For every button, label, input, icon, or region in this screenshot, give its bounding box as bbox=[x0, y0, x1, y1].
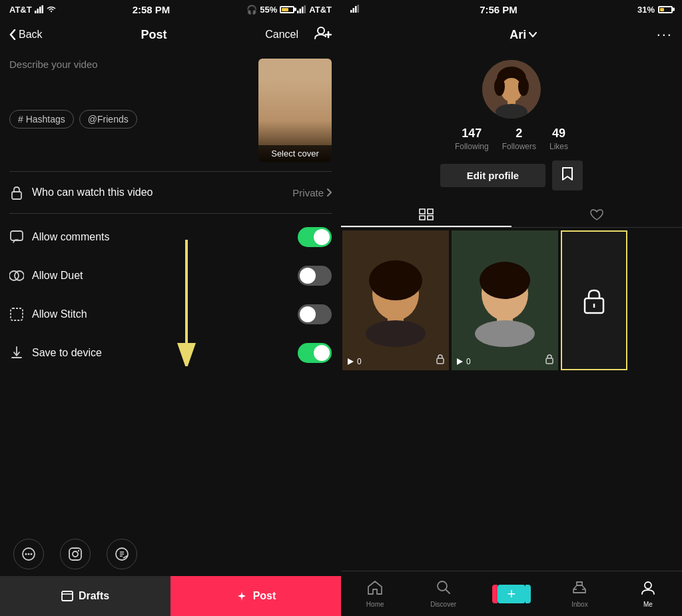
edit-profile-button[interactable]: Edit profile bbox=[440, 164, 545, 187]
time-left: 2:58 PM bbox=[133, 4, 170, 15]
describe-placeholder[interactable]: Describe your video bbox=[9, 59, 250, 70]
me-label: Me bbox=[643, 601, 653, 608]
friends-button[interactable]: @Friends bbox=[79, 110, 137, 129]
nav-item-discover[interactable]: Discover bbox=[409, 571, 477, 616]
video-thumbnail[interactable]: Select cover bbox=[258, 59, 332, 162]
hashtags-button[interactable]: # Hashtags bbox=[9, 110, 74, 129]
toggle-knob-comments bbox=[314, 229, 330, 245]
allow-comments-row[interactable]: Allow comments bbox=[0, 218, 341, 256]
back-button[interactable]: Back bbox=[9, 29, 43, 41]
svg-rect-1 bbox=[37, 9, 39, 13]
svg-point-20 bbox=[25, 553, 27, 555]
tab-videos[interactable] bbox=[341, 202, 512, 227]
save-device-toggle[interactable] bbox=[298, 343, 332, 363]
cancel-button[interactable]: Cancel bbox=[265, 29, 298, 41]
allow-duet-label: Allow Duet bbox=[32, 270, 290, 282]
battery-icon-right bbox=[658, 6, 673, 13]
battery-icon-left bbox=[280, 6, 294, 13]
nav-item-home[interactable]: Home bbox=[341, 571, 409, 616]
chat-icon bbox=[21, 547, 36, 561]
svg-rect-61 bbox=[546, 358, 553, 364]
play-count-2: 0 bbox=[466, 357, 471, 366]
svg-rect-36 bbox=[358, 5, 360, 13]
status-left: AT&T bbox=[9, 5, 56, 15]
comment-svg bbox=[10, 230, 23, 244]
following-label: Following bbox=[455, 142, 489, 151]
svg-line-65 bbox=[446, 589, 450, 593]
video-items-row: 0 bbox=[341, 229, 682, 372]
dots-menu-button[interactable]: ··· bbox=[657, 26, 673, 43]
share-icons-row bbox=[0, 532, 341, 576]
instagram-share-button[interactable] bbox=[60, 539, 91, 569]
tab-liked[interactable] bbox=[512, 202, 682, 227]
plus-button[interactable]: + bbox=[492, 585, 531, 603]
discover-icon bbox=[436, 580, 451, 599]
chevron-right-icon bbox=[326, 188, 332, 196]
stitch-svg bbox=[10, 308, 23, 321]
nav-item-create[interactable]: + bbox=[478, 571, 545, 616]
who-watch-label: Who can watch this video bbox=[32, 186, 284, 198]
battery-fill-left bbox=[282, 8, 288, 11]
highlighted-video-item[interactable] bbox=[561, 230, 627, 370]
lock-overlay-2 bbox=[545, 354, 554, 366]
lock-icon bbox=[9, 185, 24, 200]
more-share-button[interactable] bbox=[107, 539, 137, 569]
drafts-icon bbox=[61, 591, 73, 601]
headphones-icon: 🎧 bbox=[246, 5, 257, 15]
toggle-knob-save bbox=[314, 345, 330, 361]
create-button-wrapper: + bbox=[492, 585, 531, 603]
tag-buttons: # Hashtags @Friends bbox=[9, 110, 250, 129]
allow-stitch-toggle[interactable] bbox=[298, 304, 332, 324]
svg-point-9 bbox=[318, 27, 324, 34]
allow-stitch-row[interactable]: Allow Stitch bbox=[0, 295, 341, 334]
post-button[interactable]: Post bbox=[170, 576, 341, 616]
discover-label: Discover bbox=[430, 601, 456, 608]
bookmark-button[interactable] bbox=[552, 160, 583, 190]
svg-rect-16 bbox=[11, 308, 23, 320]
svg-point-21 bbox=[28, 553, 30, 555]
select-cover-label[interactable]: Select cover bbox=[258, 145, 332, 162]
video-item-1[interactable]: 0 bbox=[342, 230, 449, 370]
nav-item-inbox[interactable]: Inbox bbox=[545, 571, 613, 616]
battery-pct-left: 55% bbox=[260, 5, 277, 15]
carrier-left-2: AT&T bbox=[309, 5, 332, 15]
inbox-icon bbox=[572, 580, 587, 599]
stitch-icon bbox=[9, 307, 24, 322]
video-item-2[interactable]: 0 bbox=[452, 230, 558, 370]
content-area: Describe your video # Hashtags @Friends … bbox=[0, 53, 341, 167]
stats-row: 147 Following 2 Followers 49 Likes bbox=[455, 127, 568, 151]
allow-stitch-label: Allow Stitch bbox=[32, 308, 290, 320]
download-svg bbox=[11, 346, 23, 360]
profile-avatar bbox=[482, 60, 541, 119]
videos-grid: 0 bbox=[341, 200, 682, 571]
chat-share-button[interactable] bbox=[13, 539, 44, 569]
save-device-row[interactable]: Save to device bbox=[0, 334, 341, 372]
status-right: 🎧 55% AT&T bbox=[246, 5, 332, 15]
svg-point-15 bbox=[15, 271, 24, 280]
lock-overlay-1 bbox=[436, 354, 445, 366]
add-user-icon bbox=[314, 25, 332, 40]
duet-icon bbox=[9, 268, 24, 283]
drafts-button[interactable]: Drafts bbox=[0, 576, 170, 616]
allow-duet-row[interactable]: Allow Duet bbox=[0, 256, 341, 295]
allow-comments-toggle[interactable] bbox=[298, 227, 332, 247]
action-buttons: Drafts Post bbox=[0, 576, 341, 616]
svg-rect-47 bbox=[428, 216, 433, 220]
svg-rect-3 bbox=[41, 5, 43, 13]
svg-rect-31 bbox=[62, 591, 73, 601]
add-user-button[interactable] bbox=[314, 25, 332, 44]
svg-point-41 bbox=[518, 77, 529, 96]
nav-item-me[interactable]: Me bbox=[614, 571, 682, 616]
inbox-label: Inbox bbox=[571, 601, 587, 608]
status-bar-left: AT&T 2:58 PM 🎧 55% bbox=[0, 0, 341, 19]
dropdown-icon[interactable] bbox=[529, 32, 537, 37]
svg-point-24 bbox=[73, 551, 78, 557]
who-watch-value: Private bbox=[292, 187, 332, 198]
time-right: 7:56 PM bbox=[480, 4, 517, 15]
post-label: Post bbox=[253, 590, 276, 602]
allow-duet-toggle[interactable] bbox=[298, 266, 332, 286]
lock-icon-video-1 bbox=[436, 354, 445, 364]
who-watch-row[interactable]: Who can watch this video Private bbox=[0, 176, 341, 209]
comment-icon bbox=[9, 230, 24, 244]
video-thumb-2 bbox=[452, 230, 558, 370]
